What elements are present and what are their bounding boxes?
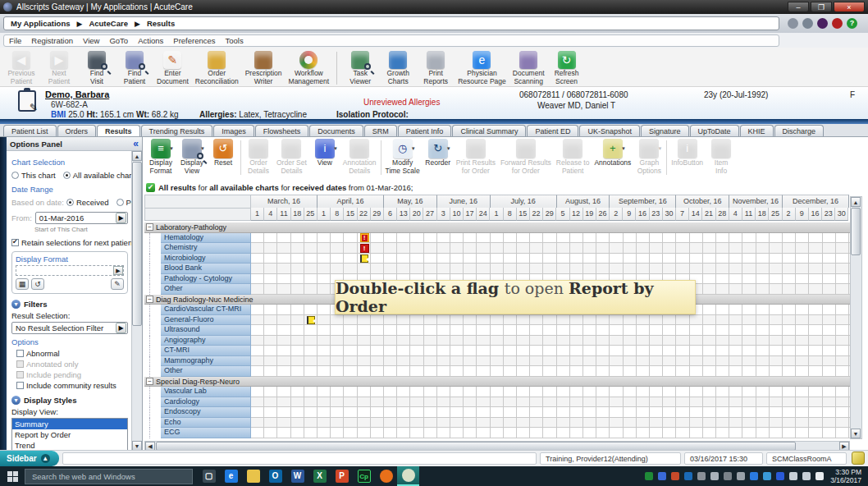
tab-documents[interactable]: Documents	[309, 125, 363, 136]
moon-icon[interactable]	[817, 18, 828, 29]
row-cells[interactable]	[251, 418, 850, 429]
prescription-writer-button[interactable]: Prescription Writer	[243, 50, 285, 86]
collapse-group-icon[interactable]: −	[146, 223, 153, 231]
group-row-laboratory-pathology[interactable]: −Laboratory-Pathology	[144, 222, 850, 233]
taskbar-search-input[interactable]: Search the web and Windows	[25, 469, 193, 484]
tab-images[interactable]: Images	[213, 125, 254, 136]
breadcrumb-item-acutecare[interactable]: AcuteCare	[89, 19, 128, 28]
modify-time-scale-button[interactable]: ◷▼Modify Time Scale	[383, 139, 423, 175]
taskbar-clock[interactable]: 3:30 PM 3/16/2017	[830, 468, 861, 484]
find-visit-button[interactable]: Find Visit	[79, 50, 115, 86]
scroll-up-icon[interactable]: ▲	[132, 151, 142, 161]
scroll-thumb[interactable]	[132, 162, 142, 326]
tab-patient-ed[interactable]: Patient ED	[527, 125, 578, 136]
yellow-flag-icon[interactable]	[307, 316, 315, 324]
save-format-button[interactable]: ▦	[16, 278, 29, 290]
row-label-cardiovascular-ct-mri[interactable]: CardioVascular CT-MRI	[161, 305, 251, 315]
find-patient-button[interactable]: Find Patient	[116, 50, 153, 86]
row-label-microbiology[interactable]: Microbiology	[161, 254, 251, 264]
row-cells[interactable]	[251, 264, 850, 274]
tab-signature[interactable]: Signature	[641, 125, 689, 136]
view-option-summary[interactable]: Summary	[12, 419, 127, 429]
edge-icon[interactable]: e	[220, 466, 242, 486]
outlook-icon[interactable]: O	[264, 466, 286, 486]
menu-tools[interactable]: Tools	[226, 36, 244, 45]
radio-received[interactable]: Received	[66, 198, 109, 207]
display-styles-section-header[interactable]: ▼ Display Styles	[11, 396, 128, 405]
tab-flowsheets[interactable]: Flowsheets	[255, 125, 309, 136]
row-cells[interactable]	[251, 346, 850, 356]
devices-icon[interactable]	[788, 18, 798, 29]
captivate-tray-icon[interactable]	[645, 472, 653, 480]
menu-preferences[interactable]: Preferences	[173, 36, 215, 45]
view-button[interactable]: i▼View	[309, 139, 340, 167]
group-row-special-diag-resp-neuro[interactable]: −Special Diag-Resp-Neuro	[144, 377, 850, 387]
row-label-mammography[interactable]: Mammography	[161, 356, 251, 367]
display-format-dropdown-icon[interactable]: ▶	[113, 266, 123, 275]
tools-icon[interactable]	[802, 18, 813, 29]
collapse-panel-button[interactable]: «	[133, 140, 139, 148]
row-label-ultrasound[interactable]: Ultrasound	[161, 325, 251, 336]
tab-patient-info[interactable]: Patient Info	[398, 125, 452, 136]
row-label-other[interactable]: Other	[161, 366, 251, 377]
radio-this-chart[interactable]: This chart	[11, 171, 56, 180]
filters-section-header[interactable]: ▼ Filters	[11, 300, 128, 309]
tab-results[interactable]: Results	[97, 125, 140, 136]
tab-uk-snapshot[interactable]: UK-Snapshot	[579, 125, 640, 136]
row-label-ct-mri[interactable]: CT-MRI	[161, 346, 251, 356]
row-cells[interactable]	[251, 397, 850, 408]
file-explorer-icon[interactable]	[242, 466, 264, 486]
network-tray-icon[interactable]	[763, 472, 771, 480]
row-label-hematology[interactable]: Hematology	[161, 233, 251, 244]
row-label-cardiology[interactable]: Cardiology	[161, 397, 251, 408]
row-cells[interactable]	[251, 366, 850, 377]
reorder-button[interactable]: ↻▼Reorder	[423, 139, 454, 167]
print-reports-button[interactable]: Print Reports	[418, 50, 454, 86]
checkbox-include-community-results[interactable]: Include community results	[16, 381, 128, 390]
pause-tray-icon[interactable]	[776, 472, 784, 480]
row-label-vascular-lab[interactable]: Vascular Lab	[161, 387, 251, 397]
help-icon[interactable]: ?	[847, 18, 857, 29]
vpn-tray-icon[interactable]	[658, 472, 666, 480]
row-label-echo[interactable]: Echo	[161, 418, 251, 429]
grid-vertical-scrollbar[interactable]: ▲ ▼	[850, 196, 862, 439]
menu-file[interactable]: File	[9, 36, 21, 45]
row-cells[interactable]	[251, 325, 850, 336]
result-selection-combo[interactable]: No Result Selection Filter ▶	[11, 322, 128, 334]
annotations-button[interactable]: +▼Annotations	[592, 139, 633, 167]
start-button[interactable]	[0, 466, 25, 486]
from-date-combo[interactable]: 01-Mar-2016 ▶	[35, 212, 128, 224]
physician-resource-page-button[interactable]: ePhysician Resource Page	[455, 50, 509, 86]
tab-discharge[interactable]: Discharge	[774, 125, 825, 136]
row-cells[interactable]	[251, 254, 850, 264]
word-icon[interactable]: W	[286, 466, 308, 486]
radio-per[interactable]: Per	[116, 198, 131, 207]
tab-clinical-summary[interactable]: Clinical Summary	[452, 125, 526, 136]
scroll-thumb[interactable]	[851, 208, 861, 255]
view-option-report-by-order[interactable]: Report by Order	[12, 429, 127, 440]
enter-document-button[interactable]: ✎Enter Document	[154, 50, 191, 86]
tab-patient-list[interactable]: Patient List	[3, 125, 57, 136]
row-cells[interactable]	[251, 336, 850, 346]
color-app-tray-icon[interactable]	[671, 472, 679, 480]
breadcrumb-item-results[interactable]: Results	[147, 19, 175, 28]
row-label-general-fluoro[interactable]: General-Fluoro	[161, 315, 251, 326]
display-tray-icon[interactable]	[789, 472, 797, 480]
critical-flag-icon[interactable]: !	[360, 233, 369, 242]
cloud-tray-icon[interactable]	[710, 472, 719, 480]
workflow-management-button[interactable]: Workflow Management	[286, 50, 332, 86]
options-panel-scrollbar[interactable]: ▲ ▼	[131, 151, 142, 451]
tab-trending-results[interactable]: Trending Results	[141, 125, 213, 136]
tab-srm[interactable]: SRM	[364, 125, 397, 136]
close-button[interactable]: ×	[834, 2, 865, 12]
abnormal-flag-icon[interactable]: !	[360, 244, 369, 253]
menu-registration[interactable]: Registration	[31, 36, 73, 45]
allscripts-app-icon[interactable]	[397, 466, 419, 486]
row-cells[interactable]	[251, 315, 850, 326]
row-label-endoscopy[interactable]: Endoscopy	[161, 407, 251, 418]
task-viewer-button[interactable]: Task Viewer	[342, 50, 378, 86]
collapse-display-styles-icon[interactable]: ▼	[11, 396, 21, 405]
settings-tray-icon[interactable]	[724, 472, 732, 480]
checkbox-abnormal[interactable]: Abnormal	[16, 349, 128, 358]
row-label-angiography[interactable]: Angiography	[161, 336, 251, 346]
